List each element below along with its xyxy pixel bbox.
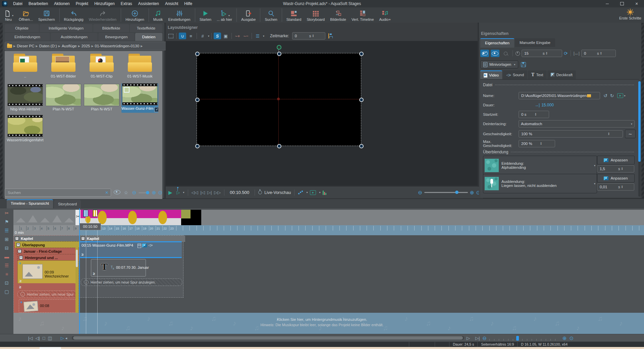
- go-start-icon[interactable]: |◁: [28, 336, 33, 341]
- first-steps-button[interactable]: Erste Schritte: [619, 8, 641, 20]
- new-button[interactable]: ▾ Neu: [1, 7, 16, 23]
- reset-duration-icon[interactable]: ⟳: [564, 51, 568, 56]
- menu-aktionen[interactable]: Aktionen: [51, 0, 73, 7]
- resize-handle-sw[interactable]: [195, 144, 200, 148]
- motion-path-dropdown[interactable]: ▾: [306, 191, 308, 194]
- video-item[interactable]: Plan N-WST: [45, 84, 82, 111]
- list-dropdown[interactable]: ▾: [263, 35, 264, 38]
- zoom-play-icon[interactable]: ▷: [467, 336, 470, 341]
- tab-storyboard[interactable]: Storyboard: [54, 200, 81, 208]
- startzeit-input[interactable]: [521, 112, 535, 116]
- ausblendung-anpassen-button[interactable]: A Anpassen: [597, 174, 635, 183]
- next-frame-button[interactable]: ▷|: [207, 190, 212, 195]
- canvas-zoom-in-icon[interactable]: ⊕: [470, 190, 474, 196]
- jump-start-button[interactable]: ◁◁: [192, 190, 198, 195]
- tab-text[interactable]: TText: [528, 70, 546, 79]
- play-from-here-button[interactable]: ▷: [177, 190, 180, 195]
- tab-timeline-spuransicht[interactable]: Timeline - Spuransicht: [7, 199, 53, 208]
- track-height-medium-icon[interactable]: ☰: [3, 263, 11, 268]
- add-keyframe-button[interactable]: ~+: [234, 33, 241, 39]
- center-point[interactable]: [277, 98, 280, 100]
- offset-input[interactable]: [584, 51, 596, 55]
- zoom-out-icon[interactable]: ⊖: [132, 190, 137, 196]
- save-button[interactable]: Speichern: [36, 7, 58, 23]
- properties-scrollbar[interactable]: [638, 81, 641, 197]
- canvas-zoom-slider[interactable]: [424, 192, 468, 193]
- expand-icon[interactable]: +: [19, 261, 21, 266]
- canvas-zoom-out-icon[interactable]: ⊖: [418, 190, 422, 196]
- layout-storyboard-button[interactable]: Storyboard: [304, 7, 327, 23]
- smooth-curve-button[interactable]: S: [214, 33, 221, 39]
- tab-bildeffekte[interactable]: Bildeffekte: [93, 24, 129, 32]
- pages-icon[interactable]: ◫: [48, 336, 52, 341]
- play-timeline-icon[interactable]: ▷: [61, 336, 64, 341]
- folder-item-up[interactable]: ..: [7, 54, 44, 78]
- layout-audio-button[interactable]: Audio+: [377, 7, 394, 23]
- deinterlacing-select[interactable]: Automatisch ▾: [519, 120, 635, 128]
- output-button[interactable]: Ausgabe: [238, 7, 258, 23]
- marker-pin-gold[interactable]: [93, 210, 98, 217]
- thumbnail-size-slider[interactable]: [139, 192, 149, 193]
- tab-texteffekte[interactable]: Texteffekte: [130, 24, 162, 32]
- rotate-left-icon[interactable]: ↺: [603, 93, 607, 98]
- collapse-icon[interactable]: −: [15, 237, 19, 240]
- breadcrumb-item[interactable]: Ausflüge: [62, 44, 77, 48]
- resize-handle-nw[interactable]: [195, 52, 200, 56]
- search-input[interactable]: [5, 189, 111, 197]
- zeitmarke-input[interactable]: [295, 34, 308, 38]
- transition-indicator-icon[interactable]: ≥: [82, 252, 84, 256]
- chapter-header[interactable]: − Kapitel: [80, 236, 185, 242]
- spinner[interactable]: ▲▼: [540, 142, 542, 145]
- timeline-item-weichzeichner[interactable]: + 00:09 Weichzeichner ≥: [17, 260, 76, 284]
- chapter-header[interactable]: − Kapitel: [14, 236, 80, 242]
- save-timemark-icon[interactable]: [328, 34, 329, 38]
- breadcrumb-item[interactable]: 2025: [82, 44, 90, 48]
- timeline-item-text-januar[interactable]: T Tx 00:07.70 30. Januar ≥: [91, 259, 146, 277]
- zoom-slider-thumb[interactable]: [516, 336, 519, 341]
- resize-handle-e[interactable]: [359, 98, 364, 102]
- grid-button[interactable]: #: [199, 33, 206, 39]
- play-options-dropdown[interactable]: ▾: [183, 191, 184, 194]
- maximize-button[interactable]: [614, 0, 629, 7]
- settings-button[interactable]: Einstellungen: [166, 7, 193, 23]
- tab-sound[interactable]: ◁»Sound: [503, 70, 527, 79]
- speed-curve-button[interactable]: ∼: [625, 130, 636, 138]
- timeline-item-wasser-gunz-film[interactable]: 00:15 Wasser-Gunz-Film.MP4 A ◁» ≥: [80, 241, 182, 258]
- transition-indicator-icon[interactable]: ≥: [93, 271, 95, 276]
- ausblendung-select[interactable]: Ausblendung: Liegen lassen, nicht ausble…: [483, 174, 597, 193]
- link-duration-toggle[interactable]: [480, 50, 489, 57]
- transition-indicator-icon[interactable]: ≥: [19, 279, 21, 283]
- layers-button[interactable]: ≡: [187, 33, 195, 39]
- clear-search-icon[interactable]: ✕: [105, 190, 108, 195]
- zoom-in-icon[interactable]: ⊕: [152, 190, 156, 196]
- resize-handle-s[interactable]: [277, 144, 281, 148]
- folder-item[interactable]: 01-WST-Clip: [83, 54, 120, 78]
- tab-einblendungen[interactable]: Einblendungen: [5, 33, 50, 41]
- file-name-input[interactable]: [521, 94, 587, 98]
- motion-path-icon[interactable]: [298, 191, 303, 195]
- select-tool-button[interactable]: [167, 33, 174, 39]
- minivorlagen-button[interactable]: Minivorlagen ▾: [480, 60, 518, 68]
- track-ueberlappung[interactable]: − Überlappung: [15, 241, 81, 248]
- zoom-fit-icon[interactable]: ⊙: [158, 190, 162, 196]
- collapse-icon[interactable]: −: [16, 243, 20, 247]
- performance-icon[interactable]: [323, 190, 326, 195]
- frame-view-icon[interactable]: ▢: [3, 289, 11, 294]
- zoom-end-icon[interactable]: ▷|: [475, 336, 480, 341]
- scroll-left-arrow[interactable]: ◄: [65, 337, 68, 340]
- track-januar-flexi-collage[interactable]: − Januar - Flexi-Collage: [16, 248, 81, 254]
- track-height-small-icon[interactable]: ▬: [3, 254, 11, 259]
- clip-preview-icon[interactable]: ▶: [617, 93, 623, 98]
- new-track-dropzone[interactable]: ↓ Hierher ziehen, um neue Spur ...: [17, 291, 76, 298]
- undo-button[interactable]: Rückgängig: [61, 7, 86, 23]
- video-item[interactable]: Plan N-WST: [83, 84, 120, 111]
- collapse-icon[interactable]: −: [19, 256, 23, 259]
- grid-dropdown[interactable]: ▾: [208, 35, 209, 38]
- prev-frame-button[interactable]: |◁: [201, 190, 205, 195]
- timeline-zoom-fit-icon[interactable]: ⊙: [569, 335, 574, 341]
- menu-extras[interactable]: Extras: [118, 0, 135, 7]
- layout-vtimeline-button[interactable]: Vert. Timeline: [349, 7, 377, 23]
- new-track-dropzone[interactable]: ↓ Hierher ziehen, um neue Spur anzulegen…: [81, 279, 182, 286]
- stop-icon[interactable]: □: [43, 336, 45, 341]
- breadcrumb-item[interactable]: Dieser PC: [17, 44, 34, 48]
